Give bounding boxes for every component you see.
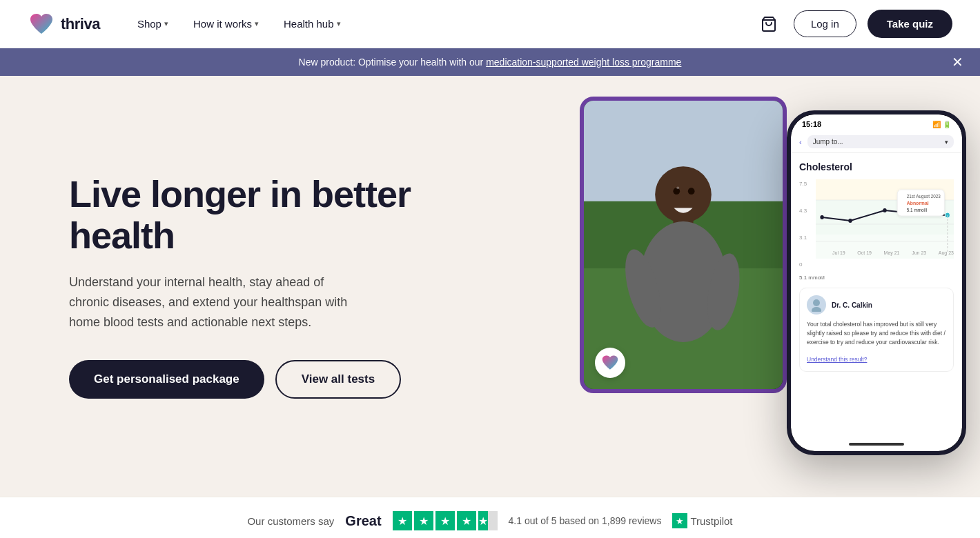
- logo[interactable]: thriva: [28, 10, 100, 38]
- announcement-link[interactable]: medication-supported weight loss program…: [486, 57, 681, 68]
- phone-nav-bar: ‹ Jump to... ▾: [791, 131, 962, 153]
- cholesterol-chart: 7.5 4.3 3.1 0: [799, 179, 954, 269]
- phone-home-bar: [791, 437, 962, 451]
- phone-jump-dropdown[interactable]: Jump to... ▾: [807, 135, 954, 148]
- chart-area: 21st August 2023 Abnormal 5.1 mmol/l: [816, 179, 954, 255]
- social-proof-bar: Our customers say Great ★ ★ ★ ★ ★ ★ 4.1 …: [0, 497, 980, 538]
- phone-doctor-message: Your total cholesterol has improved but …: [807, 320, 946, 346]
- great-rating: Great: [345, 513, 381, 529]
- svg-text:5.1 mmol/l: 5.1 mmol/l: [907, 208, 928, 212]
- phone-icons: 📶 🔋: [932, 121, 951, 128]
- logo-icon: [28, 10, 55, 38]
- phone-status-bar: 15:18 📶 🔋: [791, 114, 962, 131]
- phone-content: Cholesterol 7.5 4.3 3.1 0: [791, 153, 962, 437]
- star-1: ★: [393, 511, 412, 530]
- star-2: ★: [414, 511, 433, 530]
- nav-shop[interactable]: Shop ▾: [128, 12, 178, 35]
- nav-right: Log in Take quiz: [755, 10, 952, 38]
- svg-point-10: [688, 188, 695, 195]
- take-quiz-button[interactable]: Take quiz: [868, 10, 952, 38]
- chart-x-labels: Jul 19 Oct 19 May 21 Jun 23 Aug 23: [832, 250, 954, 255]
- hero-content: Live longer in better health Understand …: [69, 174, 414, 398]
- trustpilot-star-icon: ★: [672, 513, 687, 528]
- nav-health-hub[interactable]: Health hub ▾: [274, 12, 351, 35]
- phone-mockup: 15:18 📶 🔋 ‹ Jump to... ▾ Cholesterol: [787, 110, 966, 455]
- svg-point-9: [673, 188, 680, 195]
- announcement-text: New product: Optimise your health with o…: [299, 57, 682, 68]
- announcement-bar: New product: Optimise your health with o…: [0, 48, 980, 76]
- card-logo-badge: [595, 348, 625, 378]
- stars-container: ★ ★ ★ ★ ★ ★: [393, 511, 498, 530]
- svg-text:21st August 2023: 21st August 2023: [907, 194, 941, 199]
- background-scene: [584, 101, 783, 389]
- phone-home-indicator: [849, 443, 904, 446]
- phone-time: 15:18: [802, 120, 821, 128]
- phone-doctor-header: Dr. C. Calkin: [807, 295, 946, 315]
- get-package-button[interactable]: Get personalised package: [69, 360, 264, 399]
- social-proof-label: Our customers say: [247, 515, 334, 527]
- svg-point-29: [812, 307, 821, 312]
- svg-point-28: [813, 299, 820, 306]
- phone-understand-link[interactable]: Understand this result?: [807, 356, 867, 363]
- phone-screen: 15:18 📶 🔋 ‹ Jump to... ▾ Cholesterol: [791, 114, 962, 451]
- chevron-down-icon: ▾: [164, 19, 168, 28]
- thriva-heart-badge: [600, 353, 620, 372]
- nav-links: Shop ▾ How it works ▾ Health hub ▾: [128, 12, 755, 35]
- navbar: thriva Shop ▾ How it works ▾ Health hub …: [0, 0, 980, 48]
- chart-y-labels: 7.5 4.3 3.1 0: [799, 179, 807, 269]
- trustpilot-name: Trustpilot: [690, 515, 732, 527]
- phone-section-title: Cholesterol: [799, 161, 954, 172]
- svg-point-4: [655, 166, 712, 223]
- nav-how-it-works[interactable]: How it works ▾: [184, 12, 268, 35]
- svg-point-18: [820, 215, 823, 219]
- phone-mmol-label: 5.1 mmol/l: [799, 275, 954, 281]
- svg-point-19: [848, 219, 852, 223]
- rating-text: 4.1 out of 5 based on 1,899 reviews: [509, 515, 662, 526]
- hero-subtitle: Understand your internal health, stay ah…: [69, 272, 359, 332]
- star-4: ★: [457, 511, 476, 530]
- svg-point-11: [676, 186, 679, 189]
- hero-buttons: Get personalised package View all tests: [69, 360, 414, 399]
- chevron-down-icon: ▾: [255, 19, 259, 28]
- login-button[interactable]: Log in: [794, 10, 856, 37]
- cart-button[interactable]: [755, 10, 783, 38]
- phone-doctor-avatar: [807, 295, 826, 315]
- phone-doctor-card: Dr. C. Calkin Your total cholesterol has…: [799, 288, 954, 372]
- announcement-close-button[interactable]: ✕: [952, 55, 963, 69]
- phone-back-button[interactable]: ‹: [799, 138, 802, 146]
- cart-icon: [761, 16, 777, 32]
- hero-title: Live longer in better health: [69, 174, 414, 256]
- star-3: ★: [435, 511, 455, 530]
- hero-section: Live longer in better health Understand …: [0, 76, 980, 497]
- chevron-down-icon: ▾: [337, 19, 341, 28]
- chevron-down-icon: ▾: [945, 139, 948, 146]
- star-5: ★ ★: [478, 511, 498, 530]
- hero-person-card: [580, 97, 787, 393]
- svg-point-20: [883, 208, 886, 212]
- hero-images: 15:18 📶 🔋 ‹ Jump to... ▾ Cholesterol: [455, 76, 980, 497]
- svg-text:Abnormal: Abnormal: [907, 201, 929, 206]
- view-tests-button[interactable]: View all tests: [275, 360, 401, 399]
- phone-doctor-name: Dr. C. Calkin: [832, 301, 872, 309]
- logo-text: thriva: [61, 15, 100, 33]
- trustpilot-logo: ★ Trustpilot: [672, 513, 732, 528]
